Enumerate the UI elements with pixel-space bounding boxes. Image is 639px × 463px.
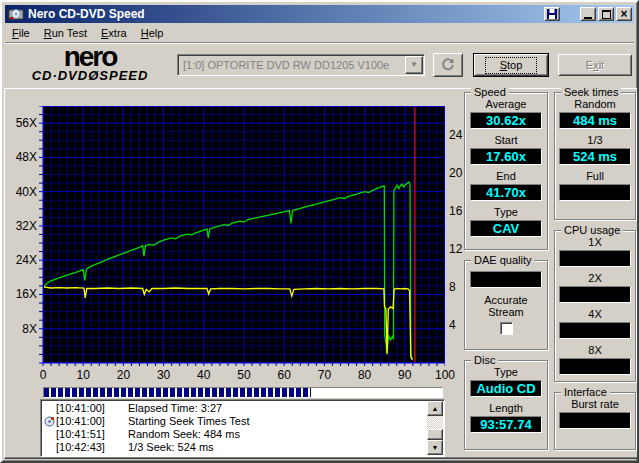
- window-title: Nero CD-DVD Speed: [28, 7, 145, 21]
- random-seek-display: 484 ms: [559, 112, 631, 129]
- close-icon: ×: [620, 9, 627, 19]
- interface-group: Interface Burst rate: [554, 392, 636, 450]
- x-axis-labels: 0102030405060708090100: [43, 368, 453, 382]
- cpu-1x-display: [559, 250, 631, 267]
- seek-times-group: Seek times Random 484 ms 1/3 524 ms Full: [554, 92, 636, 220]
- menu-extra[interactable]: Extra: [94, 25, 134, 41]
- app-window: Nero CD-DVD Speed × File Run Test Extra …: [0, 0, 639, 463]
- log-activity-icon: [43, 415, 56, 428]
- drive-select[interactable]: [1:0] OPTORITE DVD RW DD1205 V100e ▼: [177, 54, 425, 76]
- left-axis-labels: 56X48X40X32X24X16X8X: [6, 106, 37, 366]
- nero-logo-text: nero: [15, 45, 165, 69]
- progress-bar: [43, 387, 443, 398]
- speed-chart: [39, 106, 445, 367]
- maximize-icon: [602, 10, 611, 19]
- nero-logo: nero CD·DVDØSPEED: [15, 45, 165, 82]
- combo-arrow-icon[interactable]: ▼: [405, 56, 423, 74]
- cpu-usage-group: CPU usage 1X 2X 4X 8X: [554, 230, 636, 382]
- menu-help[interactable]: Help: [134, 25, 171, 41]
- speed-type-display: CAV: [470, 220, 542, 237]
- refresh-button[interactable]: [433, 53, 463, 77]
- log-box: [10:41:00] Elapsed Time: 3:27 [10:41:00]…: [40, 399, 445, 457]
- speed-group: Speed Average 30.62x Start 17.60x End 41…: [464, 92, 548, 250]
- progress-bar-fill: [44, 388, 311, 397]
- minimize-button[interactable]: [580, 7, 596, 21]
- cpu-4x-display: [559, 322, 631, 339]
- cd-dvd-speed-logo-text: CD·DVDØSPEED: [15, 69, 165, 82]
- disc-group: Disc Type Audio CD Length 93:57.74: [464, 360, 548, 450]
- log-row: [10:41:00] Elapsed Time: 3:27: [43, 402, 426, 415]
- save-icon: [547, 9, 557, 19]
- scroll-up-icon[interactable]: ▲: [427, 401, 443, 416]
- menu-file[interactable]: File: [5, 25, 37, 41]
- refresh-icon: [440, 57, 456, 73]
- burst-rate-display: [559, 412, 631, 429]
- accurate-stream-checkbox[interactable]: [500, 322, 513, 335]
- drive-select-value: [1:0] OPTORITE DVD RW DD1205 V100e: [178, 59, 405, 71]
- log-row: [10:41:51] Random Seek: 484 ms: [43, 428, 426, 441]
- accurate-stream-label: Accurate Stream: [471, 294, 541, 318]
- menubar: File Run Test Extra Help: [5, 24, 634, 42]
- log-row: [10:41:00] Starting Seek Times Test: [43, 415, 426, 428]
- scroll-down-icon[interactable]: ▼: [427, 440, 443, 455]
- minimize-icon: [584, 17, 592, 19]
- exit-button[interactable]: Exit: [558, 54, 632, 76]
- dae-quality-group: DAE quality Accurate Stream: [464, 260, 548, 350]
- average-speed-display: 30.62x: [470, 112, 542, 129]
- maximize-button[interactable]: [598, 7, 614, 21]
- toolbar: nero CD·DVDØSPEED [1:0] OPTORITE DVD RW …: [5, 44, 634, 88]
- dae-quality-display: [470, 271, 542, 288]
- close-button[interactable]: ×: [616, 7, 632, 21]
- cpu-2x-display: [559, 286, 631, 303]
- full-seek-display: [559, 184, 631, 201]
- titlebar: Nero CD-DVD Speed ×: [5, 5, 634, 23]
- scrollbar-thumb[interactable]: [427, 429, 443, 440]
- menu-run-test[interactable]: Run Test: [37, 25, 94, 41]
- app-icon: [8, 7, 24, 21]
- stop-button[interactable]: Stop: [474, 54, 548, 76]
- save-button[interactable]: [544, 7, 560, 21]
- log-scrollbar[interactable]: ▲ ▼: [427, 401, 443, 455]
- end-speed-display: 41.70x: [470, 184, 542, 201]
- disc-type-display: Audio CD: [470, 380, 542, 397]
- disc-length-display: 93:57.74: [470, 416, 542, 433]
- cpu-8x-display: [559, 358, 631, 375]
- third-seek-display: 524 ms: [559, 148, 631, 165]
- log-row: [10:42:43] 1/3 Seek: 524 ms: [43, 441, 426, 454]
- start-speed-display: 17.60x: [470, 148, 542, 165]
